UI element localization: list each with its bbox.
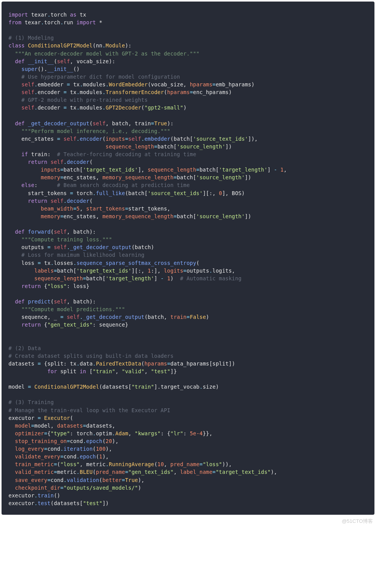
comment-data: # (2) Data xyxy=(8,345,41,351)
class-name: ConditionalGPT2Model xyxy=(28,42,93,49)
docstring: """An encoder-decoder model with GPT-2 a… xyxy=(15,51,200,57)
comment-modeling: # (1) Modeling xyxy=(8,35,54,41)
watermark-text: @51CTO博客 xyxy=(0,516,376,528)
code-block: import texar.torch as tx from texar.torc… xyxy=(2,2,374,515)
kw-import: import xyxy=(8,12,28,18)
comment-training: # (3) Training xyxy=(8,399,54,405)
